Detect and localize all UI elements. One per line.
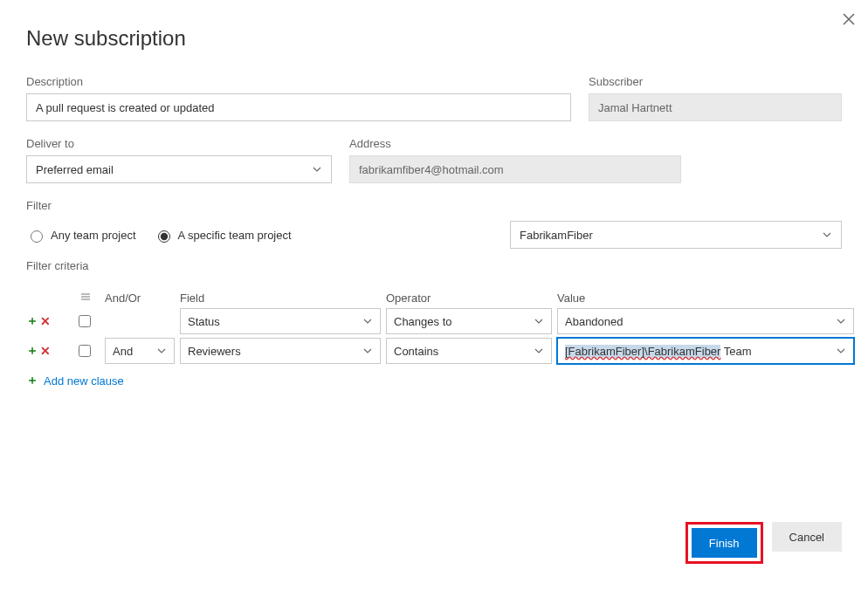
value-combo[interactable]: Abandoned (557, 308, 854, 334)
chevron-down-icon (836, 346, 846, 356)
value-text: Abandoned (565, 315, 623, 328)
filter-label: Filter (26, 199, 842, 212)
project-value: FabrikamFiber (520, 229, 593, 242)
chevron-down-icon (362, 316, 373, 326)
description-label: Description (26, 75, 571, 88)
field-value: Reviewers (188, 345, 241, 358)
new-subscription-dialog: New subscription Description A pull requ… (0, 0, 868, 590)
radio-any-team-project[interactable]: Any team project (26, 228, 136, 243)
dialog-footer: Finish Cancel (26, 513, 842, 573)
header-field: Field (180, 292, 381, 305)
address-label: Address (349, 137, 681, 150)
close-icon[interactable] (842, 12, 856, 26)
svg-rect-0 (81, 293, 90, 295)
svg-rect-1 (81, 296, 90, 298)
radio-any-label: Any team project (51, 229, 136, 242)
add-new-clause-label: Add new clause (44, 374, 124, 388)
chevron-down-icon (312, 164, 322, 175)
add-row-icon[interactable]: ＋ (26, 343, 38, 359)
row-checkbox[interactable] (79, 315, 91, 327)
chevron-down-icon (534, 346, 544, 356)
value-combo[interactable]: [FabrikamFiber]\FabrikamFiber Team (557, 338, 854, 364)
criteria-row: ＋ ✕ And Reviewers Contains [FabrikamFibe… (26, 338, 842, 364)
add-row-icon[interactable]: ＋ (26, 313, 38, 329)
chevron-down-icon (822, 230, 832, 240)
operator-value: Changes to (394, 315, 452, 328)
finish-button[interactable]: Finish (692, 528, 757, 558)
andor-value: And (113, 345, 133, 358)
dialog-title: New subscription (26, 26, 842, 51)
header-andor: And/Or (105, 292, 175, 305)
chevron-down-icon (534, 316, 544, 326)
deliver-to-value: Preferred email (36, 163, 114, 176)
cancel-button[interactable]: Cancel (772, 522, 842, 552)
row-checkbox[interactable] (79, 345, 91, 357)
svg-rect-2 (81, 298, 90, 300)
plus-icon: ＋ (26, 373, 38, 388)
chevron-down-icon (836, 316, 846, 326)
andor-combo[interactable]: And (105, 338, 175, 364)
deliver-to-label: Deliver to (26, 137, 332, 150)
filter-criteria-label: Filter criteria (26, 259, 842, 272)
radio-specific-team-project[interactable]: A specific team project (154, 228, 292, 243)
operator-combo[interactable]: Changes to (386, 308, 552, 334)
field-combo[interactable]: Status (180, 308, 381, 334)
radio-any-input[interactable] (31, 230, 43, 243)
operator-value: Contains (394, 345, 438, 358)
remove-row-icon[interactable]: ✕ (40, 344, 51, 358)
chevron-down-icon (156, 346, 167, 356)
header-operator: Operator (386, 292, 552, 305)
group-icon (80, 292, 100, 305)
criteria-header: And/Or Field Operator Value (26, 292, 842, 305)
criteria-row: ＋ ✕ Status Changes to Abandoned (26, 308, 842, 334)
subscriber-value: Jamal Hartnett (598, 101, 672, 114)
remove-row-icon[interactable]: ✕ (40, 314, 51, 328)
radio-specific-label: A specific team project (178, 229, 292, 242)
field-value: Status (188, 315, 220, 328)
radio-specific-input[interactable] (158, 230, 170, 243)
header-value: Value (557, 292, 854, 305)
field-combo[interactable]: Reviewers (180, 338, 381, 364)
subscriber-label: Subscriber (589, 75, 842, 88)
project-combo[interactable]: FabrikamFiber (510, 221, 842, 249)
chevron-down-icon (362, 346, 373, 356)
operator-combo[interactable]: Contains (386, 338, 552, 364)
address-field: fabrikamfiber4@hotmail.com (349, 155, 681, 183)
finish-highlight-box: Finish (685, 522, 763, 564)
add-new-clause-link[interactable]: ＋ Add new clause (26, 373, 842, 388)
deliver-to-combo[interactable]: Preferred email (26, 155, 332, 183)
subscriber-field: Jamal Hartnett (589, 93, 842, 121)
description-value: A pull request is created or updated (36, 101, 215, 114)
address-value: fabrikamfiber4@hotmail.com (359, 163, 504, 176)
description-input[interactable]: A pull request is created or updated (26, 93, 571, 121)
value-text: [FabrikamFiber]\FabrikamFiber Team (565, 345, 752, 358)
